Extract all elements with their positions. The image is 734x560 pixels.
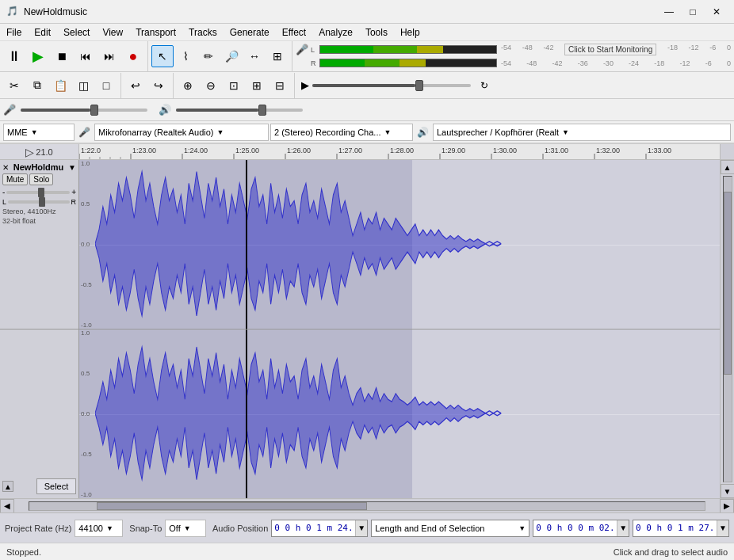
timeline-ruler[interactable]: 1:22.0 1:23.00 1:24.00 1:25.00 1:26.00 1… — [79, 144, 720, 160]
vscroll-thumb[interactable] — [724, 192, 732, 375]
speaker-vol-icon[interactable]: 🔊 — [159, 104, 171, 116]
cut-button[interactable]: ✂ — [3, 74, 25, 97]
length-dropdown[interactable]: Length and End of Selection ▼ — [371, 520, 529, 537]
pause-button[interactable]: ⏸ — [3, 45, 25, 67]
playback-volume-thumb[interactable] — [415, 80, 423, 91]
maximize-button[interactable]: □ — [682, 1, 704, 23]
redo-button[interactable]: ↪ — [147, 74, 170, 97]
fit-tool-button[interactable]: ↔ — [243, 45, 266, 67]
output-volume-slider[interactable] — [176, 109, 303, 112]
gain-thumb[interactable] — [38, 188, 44, 197]
skip-back-button[interactable]: ⏮ — [75, 45, 97, 67]
app-icon: 🎵 — [6, 6, 19, 18]
audio-pos-arrow[interactable]: ▼ — [355, 520, 367, 536]
play-button[interactable]: ▶ — [27, 45, 49, 67]
waveform-top[interactable]: 1.0 0.5 0.0 -0.5 -1.0 — [79, 160, 720, 329]
menu-generate[interactable]: Generate — [224, 24, 276, 40]
input-device-arrow: ▼ — [217, 128, 224, 136]
menu-transport[interactable]: Transport — [129, 24, 182, 40]
vu-scale-r-42: -42 — [552, 59, 562, 67]
close-button[interactable]: ✕ — [705, 1, 728, 23]
menu-file[interactable]: File — [0, 24, 28, 40]
trim-button[interactable]: ◫ — [72, 74, 94, 97]
vu-scale-r-24: -24 — [629, 59, 639, 67]
mute-button[interactable]: Mute — [2, 173, 28, 185]
pan-thumb[interactable] — [39, 197, 45, 207]
input-device-select[interactable]: Mikrofonarray (Realtek Audio) ▼ — [94, 124, 269, 141]
playback-volume-slider[interactable] — [312, 84, 471, 87]
menu-analyze[interactable]: Analyze — [312, 24, 359, 40]
gain-slider[interactable] — [6, 191, 70, 194]
zoom-reset-button[interactable]: ⊟ — [269, 74, 291, 97]
undo-button[interactable]: ↩ — [124, 74, 147, 97]
select-button[interactable]: Select — [36, 478, 76, 494]
audio-pos-input[interactable] — [272, 523, 355, 533]
solo-button[interactable]: Solo — [29, 173, 53, 185]
hscroll-right-arrow[interactable]: ▶ — [720, 499, 734, 513]
hscroll-thumb[interactable] — [97, 502, 367, 510]
gain-minus[interactable]: - — [2, 188, 5, 196]
zoom-tool-button[interactable]: 🔎 — [220, 45, 243, 67]
copy-button[interactable]: ⧉ — [26, 74, 48, 97]
length-arrow[interactable]: ▼ — [617, 520, 629, 536]
zoom-fit-button[interactable]: ⊞ — [246, 74, 268, 97]
input-volume-slider[interactable] — [21, 109, 147, 112]
menu-view[interactable]: View — [96, 24, 129, 40]
menu-effect[interactable]: Effect — [276, 24, 312, 40]
vu-scale-l-12: -12 — [689, 44, 699, 55]
track-control-panel-2: ▲ Select — [0, 330, 79, 498]
vscroll-up-arrow[interactable]: ▲ — [721, 160, 735, 174]
vscroll-down-arrow[interactable]: ▼ — [721, 484, 735, 498]
silence-button[interactable]: □ — [95, 74, 117, 97]
svg-text:1:28.00: 1:28.00 — [390, 147, 414, 154]
gain-plus[interactable]: + — [71, 188, 76, 196]
zoom-sel-button[interactable]: ⊡ — [223, 74, 245, 97]
playback-vol-icon[interactable]: ▶ — [301, 79, 309, 91]
mic-vol-icon[interactable]: 🎤 — [3, 104, 16, 116]
end-arrow[interactable]: ▼ — [717, 520, 728, 536]
length-input[interactable] — [533, 523, 617, 533]
menu-help[interactable]: Help — [394, 24, 426, 40]
paste-button[interactable]: 📋 — [49, 74, 71, 97]
snap-to-select[interactable]: Off ▼ — [165, 520, 206, 537]
menu-edit[interactable]: Edit — [28, 24, 57, 40]
stop-button[interactable]: ⏹ — [51, 45, 73, 67]
bottom-toolbar: Project Rate (Hz) 44100 ▼ Snap-To Off ▼ … — [0, 512, 734, 543]
mic-input-icon[interactable]: 🎤 — [296, 44, 308, 55]
vu-scale-r-6: -6 — [705, 59, 712, 67]
vu-scale-l-6: -6 — [709, 44, 716, 55]
draw-tool-button[interactable]: ✏ — [197, 45, 220, 67]
zoom-out-button[interactable]: ⊖ — [200, 74, 222, 97]
multi-tool-button[interactable]: ⊞ — [266, 45, 289, 67]
menu-tracks[interactable]: Tracks — [182, 24, 224, 40]
zoom-in-button[interactable]: ⊕ — [177, 74, 199, 97]
project-rate-select[interactable]: 44100 ▼ — [75, 520, 123, 537]
svg-text:1:23.00: 1:23.00 — [132, 147, 156, 154]
track-name: NewHoldmu — [13, 162, 64, 172]
hscroll-left-arrow[interactable]: ◀ — [0, 499, 14, 513]
vscroll-track[interactable] — [723, 176, 732, 482]
track-close-btn[interactable]: ✕ — [2, 163, 9, 172]
track-dropdown-btn[interactable]: ▼ — [68, 163, 76, 172]
record-button[interactable]: ● — [122, 45, 144, 67]
select-tool-button[interactable]: ↖ — [151, 45, 174, 67]
envelope-tool-button[interactable]: ⌇ — [174, 45, 197, 67]
collapse-button[interactable]: ▲ — [2, 481, 13, 492]
minimize-button[interactable]: — — [658, 1, 680, 23]
project-rate-arrow: ▼ — [106, 524, 113, 532]
channels-select[interactable]: 2 (Stereo) Recording Cha... ▼ — [270, 124, 413, 141]
hscroll-track[interactable] — [29, 501, 705, 511]
content-area: ▷ 21.0 1:22.0 1:23.00 1:24.00 1:25.00 — [0, 144, 734, 560]
skip-forward-button[interactable]: ⏭ — [98, 45, 120, 67]
end-input[interactable] — [633, 523, 717, 533]
pan-slider[interactable] — [8, 200, 69, 204]
output-device-select[interactable]: Lautsprecher / Kopfhörer (Realt ▼ — [433, 124, 731, 141]
waveform-bottom[interactable]: 1.0 0.5 0.0 -0.5 -1.0 — [79, 330, 720, 498]
menu-tools[interactable]: Tools — [359, 24, 394, 40]
menu-select[interactable]: Select — [57, 24, 96, 40]
mme-select[interactable]: MME ▼ — [3, 124, 75, 141]
monitor-button[interactable]: Click to Start Monitoring — [564, 44, 656, 55]
input-volume-thumb[interactable] — [90, 105, 98, 116]
output-volume-thumb[interactable] — [258, 105, 266, 116]
timeline-arrow-icon[interactable]: ▷ — [25, 146, 34, 158]
